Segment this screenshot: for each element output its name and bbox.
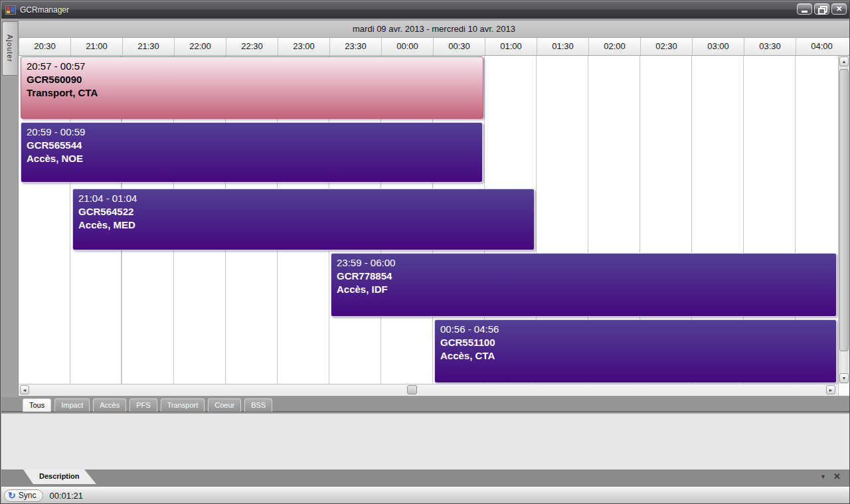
filter-tab-bar: TousImpactAccèsPFSTransportCoeurBSS <box>1 397 850 412</box>
event-category: Accès, IDF <box>337 283 836 296</box>
scroll-up-icon: ▲ <box>842 59 847 64</box>
sync-button[interactable]: ↻ Sync <box>4 489 43 502</box>
sidebar-tab-ajouter-label: Ajouter <box>6 35 14 62</box>
event-category: Accès, MED <box>78 218 534 232</box>
event-reference: GCR564522 <box>78 205 534 218</box>
time-tick-2230: 22:30 <box>226 38 278 55</box>
event-category: Transport, CTA <box>27 86 483 100</box>
sidebar-tab-ajouter[interactable]: Ajouter <box>2 21 17 76</box>
time-tick-0000: 00:00 <box>381 38 433 55</box>
event-time-range: 00:56 - 04:56 <box>440 323 836 336</box>
time-tick-2130: 21:30 <box>122 38 174 55</box>
horizontal-scrollbar[interactable]: ◄ ► <box>19 384 837 395</box>
scroll-down-icon: ▼ <box>842 376 847 380</box>
sync-button-label: Sync <box>19 491 37 500</box>
date-range-header: mardi 09 avr. 2013 - mercredi 10 avr. 20… <box>19 21 849 38</box>
event-category: Accès, CTA <box>440 349 836 363</box>
event-reference: GCR778854 <box>337 270 836 283</box>
event-gcr560090[interactable]: 20:57 - 00:57GCR560090Transport, CTA <box>21 56 483 119</box>
scroll-up-button[interactable]: ▲ <box>839 56 849 66</box>
window-title: GCRmanager <box>20 5 69 15</box>
restore-button[interactable] <box>814 3 829 15</box>
restore-icon <box>818 6 825 13</box>
scroll-right-icon: ► <box>829 388 833 392</box>
status-bar: ↻ Sync 00:01:21 <box>1 486 850 504</box>
event-time-range: 20:57 - 00:57 <box>27 60 483 73</box>
event-gcr564522[interactable]: 21:04 - 01:04GCR564522Accès, MED <box>72 189 535 250</box>
time-tick-0130: 01:30 <box>537 38 588 55</box>
vertical-scrollbar-thumb[interactable] <box>839 69 849 351</box>
sync-icon: ↻ <box>8 491 16 500</box>
filter-tab-coeur[interactable]: Coeur <box>208 398 241 412</box>
event-reference: GCR551100 <box>440 336 836 349</box>
chevron-down-icon[interactable]: ▼ <box>820 474 826 480</box>
time-scale: 20:3021:0021:3022:0022:3023:0023:3000:00… <box>19 38 849 56</box>
title-bar[interactable]: GCRmanager ✕ <box>1 1 850 19</box>
filter-tab-acces[interactable]: Accès <box>93 398 126 412</box>
vertical-scrollbar[interactable]: ▲ ▼ <box>838 56 849 384</box>
scroll-left-button[interactable]: ◄ <box>20 385 29 394</box>
filter-tab-tous[interactable]: Tous <box>23 398 51 412</box>
tab-description-label: Description <box>39 472 80 480</box>
timeline-panel: mardi 09 avr. 2013 - mercredi 10 avr. 20… <box>19 21 849 396</box>
close-icon: ✕ <box>836 5 842 13</box>
time-tick-0330: 03:30 <box>744 38 796 55</box>
scroll-right-button[interactable]: ► <box>826 385 835 394</box>
scroll-down-button[interactable]: ▼ <box>839 373 849 383</box>
time-tick-2030: 20:30 <box>19 38 70 55</box>
sync-timer: 00:01:21 <box>49 491 83 501</box>
event-time-range: 23:59 - 06:00 <box>337 256 836 270</box>
event-time-range: 20:59 - 00:59 <box>27 126 482 139</box>
scroll-left-icon: ◄ <box>23 388 27 392</box>
event-gcr551100[interactable]: 00:56 - 04:56GCR551100Accès, CTA <box>434 319 837 383</box>
event-reference: GCR560090 <box>27 73 483 86</box>
window-controls: ✕ <box>797 3 847 15</box>
event-gcr565544[interactable]: 20:59 - 00:59GCR565544Accès, NOE <box>21 122 483 183</box>
tab-description[interactable]: Description <box>23 469 96 484</box>
time-tick-0400: 04:00 <box>796 38 847 55</box>
time-tick-2330: 23:30 <box>329 38 381 55</box>
filter-tab-transport[interactable]: Transport <box>161 398 205 412</box>
filter-tab-impact[interactable]: Impact <box>54 398 90 412</box>
panel-close-icon[interactable]: ✕ <box>833 472 841 481</box>
time-tick-0200: 02:00 <box>588 38 640 55</box>
time-tick-2300: 23:00 <box>278 38 329 55</box>
time-tick-0300: 03:00 <box>692 38 744 55</box>
event-gcr778854[interactable]: 23:59 - 06:00GCR778854Accès, IDF <box>331 253 837 317</box>
horizontal-scrollbar-thumb[interactable] <box>407 385 417 394</box>
minimize-icon <box>802 11 808 13</box>
timeline-body: 20:57 - 00:57GCR560090Transport, CTA20:5… <box>19 56 837 384</box>
close-button[interactable]: ✕ <box>831 3 847 15</box>
app-icon <box>5 5 16 15</box>
filter-tab-pfs[interactable]: PFS <box>129 398 157 412</box>
event-time-range: 21:04 - 01:04 <box>78 192 534 205</box>
description-panel <box>1 414 850 469</box>
time-tick-2200: 22:00 <box>174 38 226 55</box>
scrollbar-corner <box>838 384 849 396</box>
filter-tab-bss[interactable]: BSS <box>244 398 272 412</box>
time-tick-2100: 21:00 <box>70 38 122 55</box>
event-category: Accès, NOE <box>27 152 482 165</box>
time-tick-0030: 00:30 <box>433 38 485 55</box>
event-reference: GCR565544 <box>27 139 482 152</box>
time-tick-0100: 01:00 <box>485 38 537 55</box>
app-window: GCRmanager ✕ Ajouter mardi 09 avr. 2013 … <box>0 0 850 504</box>
minimize-button[interactable] <box>797 3 812 15</box>
description-tab-strip: Description ▼ ✕ <box>1 469 850 486</box>
time-tick-0230: 02:30 <box>640 38 692 55</box>
